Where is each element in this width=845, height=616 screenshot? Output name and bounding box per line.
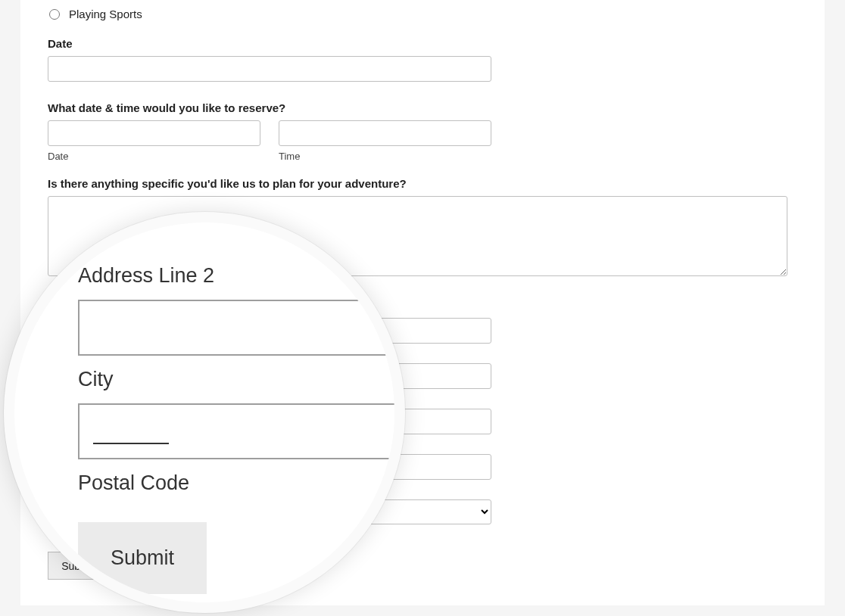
date-label: Date	[48, 37, 797, 50]
reserve-time-input[interactable]	[279, 120, 491, 146]
reserve-date-input[interactable]	[48, 120, 260, 146]
datetime-label: What date & time would you like to reser…	[48, 101, 797, 114]
mag-address-line2-input[interactable]	[78, 300, 405, 356]
date-field-group: Date	[48, 37, 797, 82]
reserve-time-sublabel: Time	[279, 151, 491, 162]
mag-postal-label: Postal Code	[78, 471, 396, 495]
textarea-label: Is there anything specific you'd like us…	[48, 177, 797, 190]
radio-playing-sports-input[interactable]	[49, 9, 60, 20]
mag-city-label: City	[78, 368, 396, 391]
radio-playing-sports-label: Playing Sports	[69, 8, 142, 20]
magnifier-overlay: Address Line 2 City Postal Code Submit	[4, 212, 405, 613]
datetime-field-group: What date & time would you like to reser…	[48, 101, 797, 162]
mag-city-input[interactable]	[78, 403, 405, 459]
date-input[interactable]	[48, 56, 491, 82]
reserve-date-sublabel: Date	[48, 151, 260, 162]
mag-city-caret	[93, 443, 169, 444]
radio-option-playing-sports[interactable]: Playing Sports	[48, 0, 797, 20]
